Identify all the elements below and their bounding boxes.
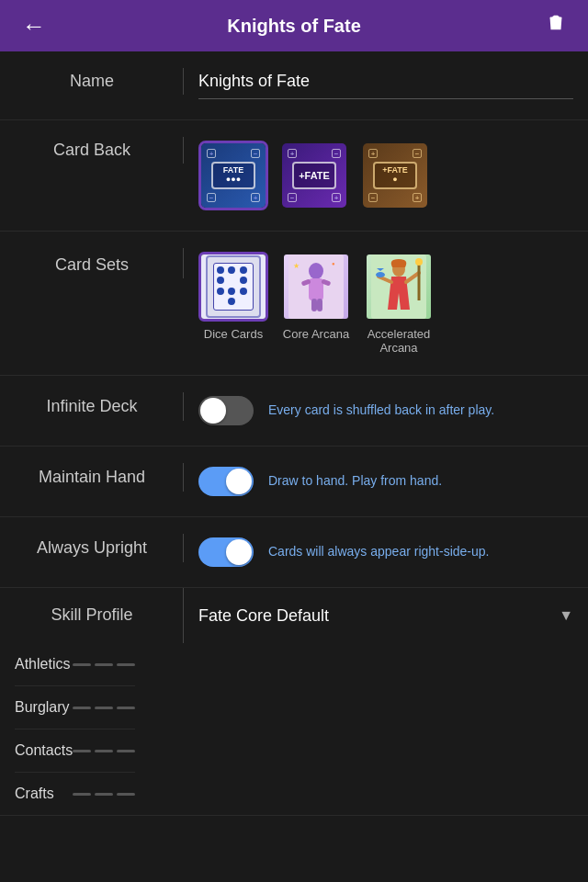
skill-profile-dropdown-container: Fate Core Default ▼ [184,595,588,637]
infinite-deck-label: Infinite Deck [0,392,184,421]
always-upright-toggle-area: Cards will always appear right-side-up. [198,537,573,567]
maintain-hand-toggle[interactable] [198,467,254,496]
skill-contacts: Contacts [15,729,135,773]
card-back-option-1[interactable]: + − FATE●●● − + [198,141,268,210]
infinite-deck-toggle[interactable] [198,396,254,425]
skill-burglary-dots [73,707,135,709]
card-set-accel-img [364,252,434,322]
app-header: ← Knights of Fate [0,0,588,51]
skill-burglary: Burglary [15,686,135,729]
page-title: Knights of Fate [227,16,361,37]
infinite-deck-content: Every card is shuffled back in after pla… [184,392,588,429]
svg-rect-6 [309,278,323,300]
skill-crafts-dots [73,793,135,796]
chevron-down-icon: ▼ [559,607,573,624]
skill-dot [117,750,135,752]
delete-button[interactable] [538,9,573,42]
skill-profile-dropdown[interactable]: Fate Core Default ▼ [184,595,588,637]
skill-athletics: Athletics [15,643,135,686]
skill-contacts-name: Contacts [15,742,73,759]
card-sets-content: Dice Cards [184,248,588,358]
skill-crafts: Crafts [15,773,135,815]
card-set-accel-label: Accelerated Arcana [364,327,434,355]
skill-dot [95,663,113,666]
skill-dot [73,663,91,666]
trash-icon [546,13,566,33]
skill-profile-row: Skill Profile Fate Core Default ▼ Athlet… [0,588,588,816]
name-content: Knights of Fate [184,68,588,103]
always-upright-label: Always Upright [0,534,184,562]
maintain-hand-label: Maintain Hand [0,463,184,492]
card-back-row: Card Back + − FATE●●● [0,120,588,232]
svg-point-18 [415,258,423,266]
skill-crafts-name: Crafts [15,786,54,802]
skill-burglary-name: Burglary [15,699,70,716]
card-back-option-3[interactable]: + − +FATE● − + [360,141,430,210]
back-button[interactable]: ← [15,8,53,44]
skill-dot [117,793,135,796]
svg-rect-3 [553,16,559,18]
infinite-deck-toggle-area: Every card is shuffled back in after pla… [198,396,573,425]
skills-list: Athletics Burglary Contacts [0,643,150,815]
name-value: Knights of Fate [198,72,573,99]
always-upright-content: Cards will always appear right-side-up. [184,534,588,571]
svg-rect-10 [317,299,322,311]
skill-dot [95,750,113,752]
svg-text:●: ● [332,261,335,266]
skill-dot [73,707,91,709]
card-set-dice[interactable]: Dice Cards [198,252,268,341]
card-set-core[interactable]: ★ ● Core Arcana [281,252,351,341]
always-upright-row: Always Upright Cards will always appear … [0,517,588,588]
skill-contacts-dots [73,750,135,752]
always-upright-desc: Cards will always appear right-side-up. [268,543,489,561]
card-back-label: Card Back [0,137,184,164]
infinite-deck-knob [200,398,226,424]
card-sets-label: Card Sets [0,248,184,278]
skill-dot [73,793,91,796]
card-set-dice-img [198,252,268,322]
skill-profile-label: Skill Profile [0,588,184,643]
maintain-hand-content: Draw to hand. Play from hand. [184,463,588,500]
card-set-core-img: ★ ● [281,252,351,322]
skill-dot [95,793,113,796]
skill-profile-value: Fate Core Default [198,606,329,626]
svg-text:★: ★ [293,262,300,270]
maintain-hand-desc: Draw to hand. Play from hand. [268,472,442,491]
maintain-hand-knob [226,469,252,494]
name-row: Name Knights of Fate [0,51,588,120]
core-arcana-art: ★ ● [288,254,344,319]
skill-athletics-name: Athletics [15,656,70,673]
accel-arcana-art [371,254,426,319]
card-set-accel[interactable]: Accelerated Arcana [364,252,434,355]
name-label: Name [0,68,184,95]
skill-athletics-dots [73,663,135,666]
card-back-content: + − FATE●●● − + [184,137,588,214]
infinite-deck-row: Infinite Deck Every card is shuffled bac… [0,376,588,447]
card-sets-options: Dice Cards [198,252,573,355]
always-upright-toggle[interactable] [198,537,254,567]
card-sets-row: Card Sets [0,232,588,376]
always-upright-knob [226,539,252,565]
main-content: Name Knights of Fate Card Back + − [0,51,588,816]
card-back-option-2[interactable]: + − +FATE − + [279,141,349,210]
card-set-dice-label: Dice Cards [204,327,263,341]
infinite-deck-desc: Every card is shuffled back in after pla… [268,401,494,420]
maintain-hand-row: Maintain Hand Draw to hand. Play from ha… [0,447,588,517]
svg-rect-1 [557,21,559,27]
skill-dot [73,750,91,752]
svg-rect-0 [553,21,555,27]
card-set-core-label: Core Arcana [283,327,349,341]
svg-rect-9 [311,299,317,311]
maintain-hand-toggle-area: Draw to hand. Play from hand. [198,467,573,496]
skill-dot [117,707,135,709]
svg-point-19 [376,272,385,277]
svg-point-5 [309,263,323,279]
skill-dot [117,663,135,666]
skill-dot [95,707,113,709]
card-back-options: + − FATE●●● − + [198,141,573,210]
